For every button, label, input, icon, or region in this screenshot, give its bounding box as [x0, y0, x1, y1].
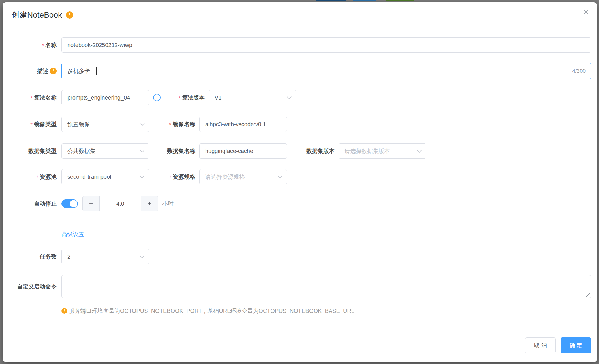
dataset-type-select[interactable]: 公共数据集 — [61, 143, 149, 159]
auto-stop-unit-label: 小时 — [162, 200, 174, 208]
dataset-version-label: 数据集版本 — [287, 148, 339, 154]
cancel-button[interactable]: 取 消 — [525, 337, 556, 353]
resource-pool-value: second-train-pool — [62, 174, 117, 180]
resource-spec-placeholder: 请选择资源规格 — [200, 173, 251, 181]
description-row: 描述 ! 多机多卡 4/300 — [3, 63, 597, 79]
algorithm-row: * 算法名称 prompts_engineering_04 ! * 算法版本 V… — [3, 90, 597, 105]
dialog-title: 创建NoteBook — [11, 10, 62, 20]
algorithm-version-value: V1 — [209, 94, 227, 101]
task-count-value: 2 — [62, 253, 76, 260]
required-marker: * — [30, 95, 33, 102]
algorithm-version-select[interactable]: V1 — [209, 90, 296, 105]
resource-spec-label: * 资源规格 — [149, 173, 199, 180]
description-label: 描述 ! — [3, 68, 61, 74]
image-name-value: aihpc3-with-vscode:v0.1 — [200, 121, 272, 128]
dataset-name-input[interactable]: huggingface-cache — [199, 143, 287, 159]
description-warning-icon: ! — [50, 68, 57, 74]
chevron-down-icon — [140, 121, 145, 126]
resource-spec-select[interactable]: 请选择资源规格 — [199, 169, 287, 184]
image-type-label: * 镜像类型 — [3, 121, 61, 128]
advanced-settings-link[interactable]: 高级设置 — [61, 231, 84, 238]
dataset-version-select[interactable]: 请选择数据集版本 — [339, 143, 426, 159]
dataset-name-value: huggingface-cache — [200, 148, 259, 154]
dataset-name-label: 数据集名称 — [149, 148, 199, 154]
description-input[interactable]: 多机多卡 4/300 — [61, 63, 591, 79]
dataset-type-label: 数据集类型 — [3, 148, 61, 154]
algorithm-name-value: prompts_engineering_04 — [62, 94, 136, 101]
image-name-label: * 镜像名称 — [149, 121, 199, 128]
background-tab-dark-blue — [316, 0, 346, 1]
required-marker: * — [30, 121, 33, 128]
name-input[interactable]: notebook-20250212-wiwp — [61, 37, 591, 53]
chevron-down-icon — [140, 174, 145, 178]
dialog-header: 创建NoteBook ! — [11, 10, 73, 20]
required-marker: * — [178, 95, 181, 102]
chevron-down-icon — [417, 148, 422, 153]
image-type-value: 预置镜像 — [62, 120, 96, 128]
task-count-label: 任务数 — [3, 253, 61, 260]
dataset-type-value: 公共数据集 — [62, 147, 101, 155]
resize-handle[interactable] — [586, 293, 590, 297]
custom-command-textarea[interactable] — [61, 275, 591, 298]
dataset-version-placeholder: 请选择数据集版本 — [339, 147, 395, 155]
name-row: * 名称 notebook-20250212-wiwp — [3, 37, 597, 53]
background-tab-green — [386, 0, 414, 1]
hint-text: 服务端口环境变量为OCTOPUS_NOTEBOOK_PORT，基础URL环境变量… — [69, 307, 354, 315]
create-notebook-form: * 名称 notebook-20250212-wiwp 描述 ! 多机多卡 4/… — [3, 37, 597, 315]
auto-stop-value-input[interactable]: 4.0 — [100, 196, 141, 211]
chevron-down-icon — [140, 148, 145, 153]
task-count-row: 任务数 2 — [3, 249, 597, 264]
dialog-footer: 取 消 确 定 — [525, 337, 591, 353]
custom-command-label: 自定义启动命令 — [3, 283, 61, 290]
background-tab-blue — [353, 0, 376, 1]
description-counter: 4/300 — [572, 68, 586, 74]
required-marker: * — [36, 174, 38, 181]
hint-warning-icon: ! — [61, 308, 67, 314]
algorithm-name-input[interactable]: prompts_engineering_04 — [61, 90, 149, 105]
title-warning-icon: ! — [66, 11, 73, 19]
resource-row: * 资源池 second-train-pool * 资源规格 请选择资源规格 — [3, 169, 597, 184]
text-cursor — [96, 67, 97, 75]
decrement-button[interactable]: − — [83, 196, 100, 211]
description-value: 多机多卡 — [62, 67, 96, 75]
increment-button[interactable]: + — [141, 196, 158, 211]
auto-stop-toggle[interactable] — [61, 199, 78, 208]
auto-stop-row: 自动停止 − 4.0 + 小时 — [3, 196, 597, 211]
chevron-down-icon — [278, 174, 283, 178]
close-icon[interactable]: ✕ — [583, 8, 589, 16]
name-label: * 名称 — [3, 42, 61, 48]
chevron-down-icon — [287, 94, 292, 99]
custom-command-value — [62, 275, 73, 282]
name-value: notebook-20250212-wiwp — [62, 42, 138, 48]
required-marker: * — [42, 42, 44, 49]
create-notebook-dialog: ✕ 创建NoteBook ! * 名称 notebook-20250212-wi… — [3, 2, 597, 362]
env-hint: ! 服务端口环境变量为OCTOPUS_NOTEBOOK_PORT，基础URL环境… — [61, 307, 597, 315]
auto-stop-stepper: − 4.0 + — [82, 196, 158, 211]
dataset-row: 数据集类型 公共数据集 数据集名称 huggingface-cache 数据集版… — [3, 143, 597, 159]
algorithm-version-label: * 算法版本 — [161, 94, 209, 101]
resource-pool-label: * 资源池 — [3, 173, 61, 180]
resource-pool-select[interactable]: second-train-pool — [61, 169, 149, 184]
algorithm-name-label: * 算法名称 — [3, 94, 61, 101]
custom-command-row: 自定义启动命令 — [3, 275, 597, 298]
required-marker: * — [169, 174, 171, 181]
required-marker: * — [169, 121, 171, 128]
confirm-button[interactable]: 确 定 — [561, 337, 591, 353]
image-row: * 镜像类型 预置镜像 * 镜像名称 aihpc3-with-vscode:v0… — [3, 117, 597, 132]
task-count-select[interactable]: 2 — [61, 249, 149, 264]
advanced-settings-row: 高级设置 — [3, 231, 597, 238]
chevron-down-icon — [140, 253, 145, 258]
image-name-input[interactable]: aihpc3-with-vscode:v0.1 — [199, 117, 287, 132]
toggle-knob — [70, 200, 77, 207]
page-background: { "dialog": { "title": "创建NoteBook" }, "… — [0, 0, 599, 364]
auto-stop-label: 自动停止 — [3, 200, 61, 207]
image-type-select[interactable]: 预置镜像 — [61, 117, 149, 132]
algorithm-info-icon[interactable]: ! — [153, 94, 161, 101]
